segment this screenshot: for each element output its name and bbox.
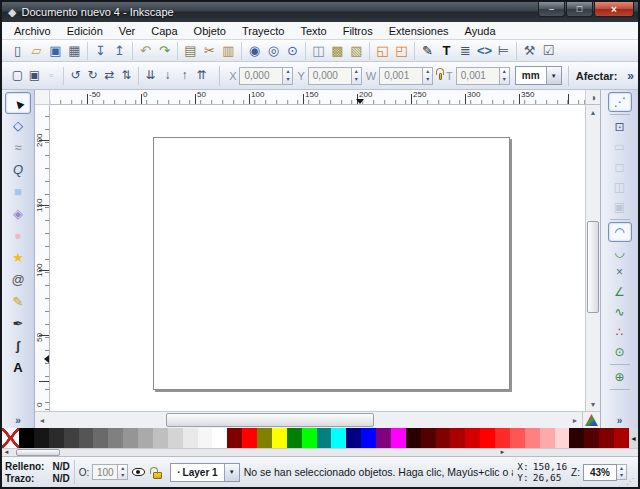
unit-selector[interactable]: mm ▼: [515, 66, 562, 85]
horizontal-scroll-thumb[interactable]: [166, 413, 374, 427]
toolbar-overflow-button[interactable]: »: [627, 69, 634, 83]
palette-swatch[interactable]: [79, 428, 94, 448]
layers-dialog-icon[interactable]: ≣: [456, 41, 475, 60]
layer-lock-icon[interactable]: [153, 472, 162, 479]
raise-to-top-icon[interactable]: ⇈: [193, 67, 210, 84]
snap-object-centers[interactable]: ⊙: [608, 342, 632, 362]
save-document-icon[interactable]: ▣: [46, 41, 65, 60]
palette-swatch[interactable]: [584, 428, 599, 448]
document-page[interactable]: [153, 137, 510, 390]
flip-vertical-icon[interactable]: ⇅: [118, 67, 135, 84]
palette-swatch[interactable]: [406, 428, 421, 448]
palette-swatch[interactable]: [569, 428, 584, 448]
text-dialog-icon[interactable]: T: [437, 41, 456, 60]
align-dialog-icon[interactable]: ⊨: [494, 41, 513, 60]
opacity-spinner[interactable]: ▴▾: [118, 464, 128, 480]
palette-swatch[interactable]: [495, 428, 510, 448]
tweak-tool[interactable]: ≈: [5, 136, 31, 158]
palette-swatch[interactable]: [346, 428, 361, 448]
xml-editor-icon[interactable]: <>: [475, 41, 494, 60]
snap-bbox-edges[interactable]: ▭: [608, 137, 632, 157]
pen-tool[interactable]: ✒: [5, 312, 31, 334]
copy-icon[interactable]: ▤: [181, 41, 200, 60]
resize-grip[interactable]: ⋰: [627, 457, 635, 487]
text-tool[interactable]: A: [5, 356, 31, 378]
cut-icon[interactable]: ✂: [200, 41, 219, 60]
raise-icon[interactable]: ↑: [176, 67, 193, 84]
rectangle-tool[interactable]: ■: [5, 180, 31, 202]
preferences-icon[interactable]: ⚒: [520, 41, 539, 60]
palette-swatch[interactable]: [64, 428, 79, 448]
scroll-left-icon[interactable]: ◄: [35, 417, 49, 424]
zoom-tool[interactable]: Q: [5, 158, 31, 180]
lower-to-bottom-icon[interactable]: ⇊: [142, 67, 159, 84]
opacity-input[interactable]: 100: [92, 464, 118, 480]
palette-swatch[interactable]: [391, 428, 406, 448]
palette-swatch[interactable]: [49, 428, 64, 448]
width-input[interactable]: 0,001: [379, 67, 423, 85]
color-managed-display-button[interactable]: [582, 412, 600, 428]
palette-swatch[interactable]: [168, 428, 183, 448]
y-spinner[interactable]: ▴▾: [352, 67, 362, 85]
palette-swatch[interactable]: [450, 428, 465, 448]
layer-selector[interactable]: Layer 1 ▼: [170, 463, 239, 482]
maximize-button[interactable]: □: [566, 2, 593, 17]
palette-swatch[interactable]: [138, 428, 153, 448]
snap-rotation-centers[interactable]: ⊕: [608, 367, 632, 387]
palette-swatch[interactable]: [34, 428, 49, 448]
scroll-up-icon[interactable]: ▲: [590, 105, 597, 119]
export-icon[interactable]: ↥: [110, 41, 129, 60]
palette-swatch[interactable]: [465, 428, 480, 448]
palette-swatch[interactable]: [317, 428, 332, 448]
horizontal-scrollbar[interactable]: ◄ ►: [35, 412, 582, 428]
zoom-selection-icon[interactable]: ◉: [245, 41, 264, 60]
scroll-right-icon[interactable]: ►: [568, 417, 582, 424]
snap-path-intersections[interactable]: ×: [608, 262, 632, 282]
snapbar-overflow-button[interactable]: »: [617, 415, 623, 426]
palette-swatch[interactable]: [257, 428, 272, 448]
palette-scrollbar[interactable]: ◄ ►: [2, 448, 638, 456]
canvas[interactable]: [50, 105, 585, 411]
palette-swatch[interactable]: [480, 428, 495, 448]
palette-swatch[interactable]: [525, 428, 540, 448]
pencil-tool[interactable]: ✎: [5, 290, 31, 312]
selector-tool[interactable]: ▲: [5, 92, 31, 114]
lower-icon[interactable]: ↓: [159, 67, 176, 84]
palette-swatch[interactable]: [287, 428, 302, 448]
palette-swatch[interactable]: [436, 428, 451, 448]
palette-swatch[interactable]: [331, 428, 346, 448]
snap-bbox-corners[interactable]: ◻: [608, 157, 632, 177]
snap-smooth-nodes[interactable]: ∿: [608, 302, 632, 322]
palette-swatch[interactable]: [361, 428, 376, 448]
chevron-down-icon[interactable]: ▼: [224, 464, 239, 481]
deselect-icon[interactable]: ▫: [43, 67, 60, 84]
menu-extensiones[interactable]: Extensiones: [381, 24, 457, 38]
minimize-button[interactable]: –: [538, 2, 565, 17]
palette-swatch[interactable]: [183, 428, 198, 448]
snap-bbox-centers[interactable]: ▣: [608, 197, 632, 217]
menu-archivo[interactable]: Archivo: [6, 24, 59, 38]
palette-swatch[interactable]: [227, 428, 242, 448]
undo-icon[interactable]: ↶: [136, 41, 155, 60]
zoom-drawing-icon[interactable]: ◎: [264, 41, 283, 60]
menu-filtros[interactable]: Filtros: [335, 24, 381, 38]
menu-trayecto[interactable]: Trayecto: [234, 24, 292, 38]
y-input[interactable]: 0,000: [308, 67, 352, 85]
palette-scroll-right-icon[interactable]: ►: [498, 449, 507, 456]
snap-nodes[interactable]: ◠: [608, 222, 632, 242]
palette-swatch[interactable]: [510, 428, 525, 448]
group-icon[interactable]: ◱: [373, 41, 392, 60]
x-spinner[interactable]: ▴▾: [283, 67, 293, 85]
vertical-scroll-thumb[interactable]: [587, 221, 599, 313]
zoom-input[interactable]: 43%: [583, 464, 617, 481]
width-spinner[interactable]: ▴▾: [423, 67, 433, 85]
zoom-page-icon[interactable]: ⊙: [283, 41, 302, 60]
toolbox-overflow-button[interactable]: »: [15, 415, 21, 426]
title-bar[interactable]: ◆ Documento nuevo 4 - Inkscape – □ ×: [2, 2, 638, 22]
palette-arrow-icon[interactable]: ◄: [629, 428, 638, 448]
unlink-clone-icon[interactable]: ▧: [347, 41, 366, 60]
menu-capa[interactable]: Capa: [143, 24, 185, 38]
chevron-down-icon[interactable]: ▼: [546, 67, 561, 84]
redo-icon[interactable]: ↷: [155, 41, 174, 60]
box3d-tool[interactable]: ◈: [5, 202, 31, 224]
